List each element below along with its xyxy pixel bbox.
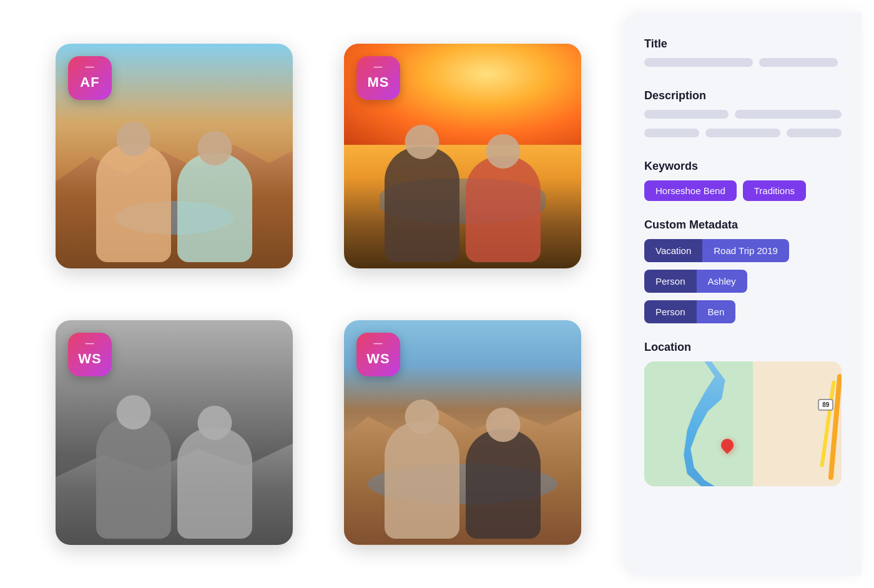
map-marker — [721, 439, 734, 451]
photo-card-1[interactable]: AF — [56, 44, 293, 268]
person-4 — [466, 156, 541, 262]
metadata-row-2: Person Ben — [644, 300, 842, 323]
person-7 — [385, 421, 459, 539]
keyword-tag-1[interactable]: Traditions — [743, 180, 806, 201]
person-8 — [466, 429, 541, 539]
title-skeleton-2 — [759, 58, 838, 67]
meta-key-1[interactable]: Person — [644, 270, 697, 293]
avatar-badge-2: MS — [356, 56, 400, 100]
custom-metadata-section: Custom Metadata Vacation Road Trip 2019 … — [644, 218, 842, 323]
description-section: Description — [644, 89, 842, 142]
metadata-row-0: Vacation Road Trip 2019 — [644, 239, 842, 262]
photo-card-2[interactable]: MS — [344, 44, 581, 268]
photo-card-4[interactable]: WS — [344, 320, 581, 545]
people-overlay-3 — [56, 376, 293, 545]
desc-skeleton-3 — [644, 129, 699, 137]
desc-skeleton-2 — [735, 110, 842, 119]
desc-skeleton-row-1 — [644, 110, 842, 124]
avatar-badge-3: WS — [68, 333, 112, 376]
metadata-sidebar: Title Description Keywords Horseshoe Ben… — [624, 12, 862, 576]
people-overlay-1 — [56, 100, 293, 268]
person-3 — [385, 147, 459, 262]
person-5 — [96, 417, 171, 539]
person-2 — [177, 153, 252, 262]
title-heading: Title — [644, 37, 842, 51]
keywords-heading: Keywords — [644, 160, 842, 173]
desc-skeleton-row-2 — [644, 129, 842, 142]
meta-value-2[interactable]: Ben — [697, 300, 736, 323]
title-skeleton-row — [644, 58, 842, 72]
custom-metadata-heading: Custom Metadata — [644, 218, 842, 232]
keywords-container: Horseshoe Bend Traditions — [644, 180, 842, 201]
meta-value-1[interactable]: Ashley — [697, 270, 747, 293]
meta-key-2[interactable]: Person — [644, 300, 697, 323]
description-heading: Description — [644, 89, 842, 102]
people-overlay-2 — [344, 100, 581, 268]
people-overlay-4 — [344, 376, 581, 545]
meta-key-0[interactable]: Vacation — [644, 239, 702, 262]
title-skeleton-1 — [644, 58, 753, 67]
location-heading: Location — [644, 341, 842, 354]
desc-skeleton-5 — [787, 129, 842, 137]
title-section: Title — [644, 37, 842, 72]
meta-value-0[interactable]: Road Trip 2019 — [702, 239, 789, 262]
desc-skeleton-4 — [705, 129, 781, 137]
desc-skeleton-1 — [644, 110, 729, 119]
keyword-tag-0[interactable]: Horseshoe Bend — [644, 180, 737, 201]
marker-pin — [719, 436, 736, 454]
photo-grid: AF MS WS WS — [0, 0, 624, 588]
keywords-section: Keywords Horseshoe Bend Traditions — [644, 160, 842, 201]
metadata-row-1: Person Ashley — [644, 270, 842, 293]
location-section: Location 89 — [644, 341, 842, 486]
avatar-badge-4: WS — [356, 333, 400, 376]
location-map[interactable]: 89 — [644, 361, 842, 486]
photo-card-3[interactable]: WS — [56, 320, 293, 545]
person-1 — [96, 144, 171, 262]
person-6 — [177, 428, 252, 539]
route-89-badge: 89 — [818, 399, 833, 411]
avatar-badge-1: AF — [68, 56, 112, 100]
